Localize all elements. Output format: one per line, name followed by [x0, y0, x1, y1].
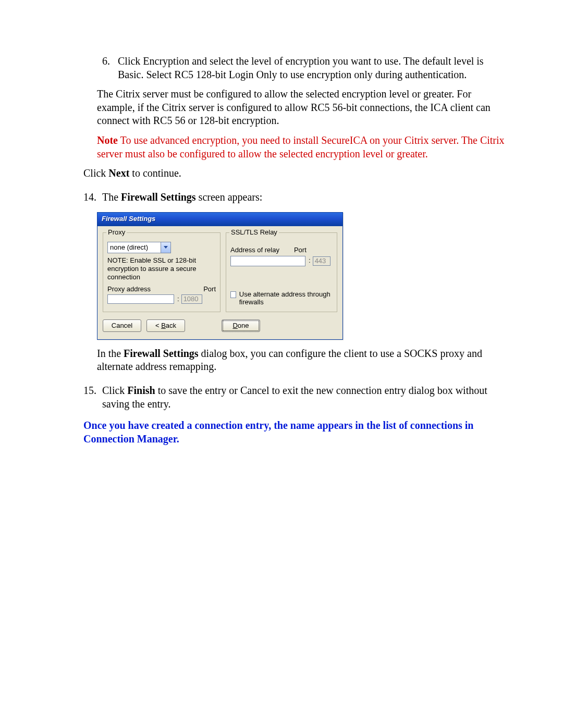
dialog-body: Proxy none (direct) NOTE: Enable SSL or …	[97, 226, 342, 339]
step-15: 15.Click Finish to save the entry or Can…	[83, 384, 506, 411]
chevron-down-icon	[164, 246, 168, 249]
click-next-line: Click Next to continue.	[83, 167, 506, 180]
relay-port-label: Port	[294, 246, 307, 255]
firewall-settings-dialog: Firewall Settings Proxy none (direct) NO…	[97, 212, 343, 339]
back-button[interactable]: < Back	[146, 319, 185, 332]
firewall-dialog-description: In the Firewall Settings dialog box, you…	[97, 347, 506, 374]
ssl-relay-groupbox: SSL/TLS Relay Address of relay Port : 44…	[226, 232, 337, 312]
proxy-combo-button[interactable]	[161, 242, 170, 253]
proxy-ssl-note: NOTE: Enable SSL or 128-bit encryption t…	[107, 256, 216, 282]
relay-legend: SSL/TLS Relay	[229, 228, 279, 237]
server-config-paragraph: The Citrix server must be configured to …	[97, 88, 506, 128]
note-paragraph: Note To use advanced encryption, you nee…	[97, 134, 506, 161]
relay-colon: :	[309, 256, 311, 265]
note-label: Note	[97, 134, 118, 146]
proxy-legend: Proxy	[106, 228, 127, 237]
proxy-groupbox: Proxy none (direct) NOTE: Enable SSL or …	[103, 232, 221, 312]
proxy-combo-value: none (direct)	[108, 242, 161, 253]
step-6-number: 6.	[102, 55, 118, 68]
note-text: To use advanced encryption, you need to …	[97, 134, 505, 159]
relay-address-input[interactable]	[230, 256, 305, 266]
firewall-settings-keyword: Firewall Settings	[121, 191, 196, 203]
proxy-port-label: Port	[203, 285, 216, 294]
proxy-combobox[interactable]: none (direct)	[107, 242, 171, 253]
alternate-address-label: Use alternate address through firewalls	[239, 290, 333, 306]
proxy-port-input[interactable]: 1080	[181, 294, 202, 304]
proxy-address-input[interactable]	[107, 294, 174, 304]
step-6: 6.Click Encryption and select the level …	[102, 55, 506, 81]
alternate-address-checkbox[interactable]	[230, 291, 236, 298]
relay-address-label: Address of relay	[230, 246, 279, 255]
next-keyword: Next	[108, 167, 129, 179]
step-15-number: 15.	[83, 384, 102, 398]
done-button[interactable]: Done	[222, 319, 260, 332]
proxy-address-label: Proxy address	[107, 285, 151, 294]
finish-keyword: Finish	[127, 385, 155, 396]
summary-paragraph: Once you have created a connection entry…	[83, 419, 506, 446]
cancel-button[interactable]: Cancel	[103, 319, 141, 332]
step-14-number: 14.	[83, 191, 102, 204]
dialog-titlebar[interactable]: Firewall Settings	[97, 213, 342, 226]
step-6-text: Click Encryption and select the level of…	[118, 55, 484, 80]
dialog-button-row: Cancel < Back Done	[103, 319, 337, 332]
proxy-colon: :	[177, 295, 179, 304]
step-14: 14.The Firewall Settings screen appears:	[83, 191, 506, 204]
relay-port-input[interactable]: 443	[313, 256, 331, 266]
